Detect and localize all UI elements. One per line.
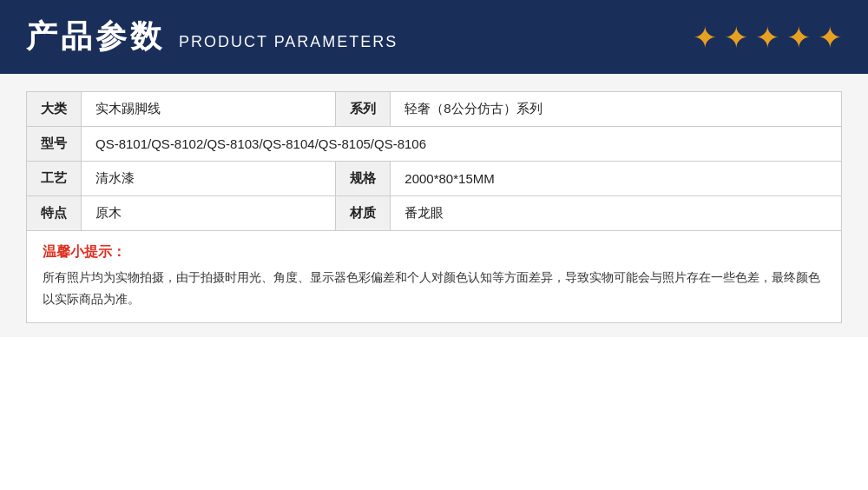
label-category: 大类 [27,92,82,127]
header-title: 产品参数 PRODUCT PARAMETERS [26,16,398,58]
notice-box: 温馨小提示： 所有照片均为实物拍摄，由于拍摄时用光、角度、显示器色彩偏差和个人对… [26,231,842,323]
title-chinese: 产品参数 [26,16,165,58]
table-row-model: 型号 QS-8101/QS-8102/QS-8103/QS-8104/QS-81… [27,127,842,162]
star-1: ✦ [693,23,717,52]
label-material: 材质 [336,196,391,231]
value-craft: 清水漆 [82,162,336,196]
notice-text: 所有照片均为实物拍摄，由于拍摄时用光、角度、显示器色彩偏差和个人对颜色认知等方面… [43,267,825,310]
value-model: QS-8101/QS-8102/QS-8103/QS-8104/QS-8105/… [82,127,842,162]
label-feature: 特点 [27,196,82,231]
table-row: 大类 实木踢脚线 系列 轻奢（8公分仿古）系列 [27,92,842,127]
star-5: ✦ [818,23,842,52]
notice-title: 温馨小提示： [43,243,825,262]
params-table: 大类 实木踢脚线 系列 轻奢（8公分仿古）系列 型号 QS-8101/QS-81… [26,91,842,231]
value-feature: 原木 [82,196,336,231]
value-category: 实木踢脚线 [82,92,336,127]
star-2: ✦ [724,23,748,52]
label-series: 系列 [336,92,391,127]
value-material: 番龙眼 [391,196,842,231]
content-area: 大类 实木踢脚线 系列 轻奢（8公分仿古）系列 型号 QS-8101/QS-81… [0,74,868,337]
table-row-craft: 工艺 清水漆 规格 2000*80*15MM [27,162,842,196]
star-3: ✦ [755,23,779,52]
title-english: PRODUCT PARAMETERS [179,33,398,51]
label-craft: 工艺 [27,162,82,196]
value-series: 轻奢（8公分仿古）系列 [391,92,842,127]
label-model: 型号 [27,127,82,162]
star-4: ✦ [786,23,811,52]
header: 产品参数 PRODUCT PARAMETERS ✦ ✦ ✦ ✦ ✦ [0,0,868,74]
star-rating: ✦ ✦ ✦ ✦ ✦ [693,23,842,52]
label-spec: 规格 [336,162,391,196]
table-row-feature: 特点 原木 材质 番龙眼 [27,196,842,231]
value-spec: 2000*80*15MM [391,162,842,196]
